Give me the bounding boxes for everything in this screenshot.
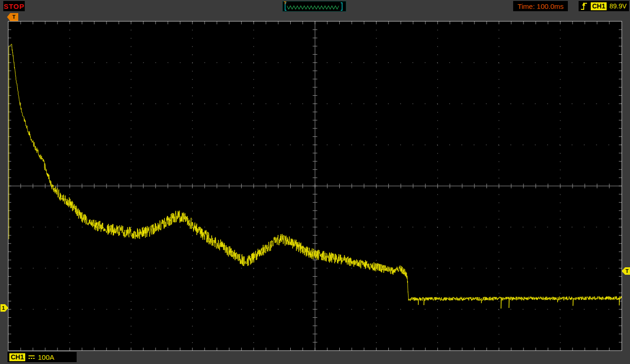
- timebase-badge[interactable]: Time: 100.0ms: [513, 1, 568, 11]
- preview-trigger-position-icon: T: [284, 0, 286, 5]
- rising-edge-trigger-icon: [580, 1, 588, 11]
- vertical-scale-value: 100A: [38, 353, 54, 361]
- dc-coupling-icon: [28, 355, 35, 360]
- trigger-level-marker[interactable]: T: [622, 267, 630, 275]
- trigger-level-marker-label: T: [625, 269, 629, 274]
- graticule-svg: [8, 21, 622, 350]
- trigger-source-badge: CH1: [591, 2, 607, 10]
- trigger-readout-badge[interactable]: CH1 89.9V: [579, 1, 629, 11]
- run-state-badge[interactable]: STOP: [3, 1, 25, 11]
- oscilloscope-screen: STOP T Time: 100.0ms CH1 89.9V T T 1: [0, 0, 630, 364]
- run-state-label: STOP: [4, 2, 25, 10]
- preview-wave-svg: [283, 1, 346, 11]
- graticule-area: [8, 21, 622, 351]
- trigger-level-value: 89.9V: [609, 2, 627, 10]
- timebase-label: Time: 100.0ms: [517, 2, 564, 10]
- channel-info-badge[interactable]: CH1 100A: [7, 352, 77, 362]
- channel-badge: CH1: [9, 353, 25, 361]
- bottom-status-bar: CH1 100A: [0, 351, 630, 364]
- channel1-reference-marker-label: 1: [2, 306, 5, 311]
- trigger-position-marker[interactable]: T: [7, 13, 18, 21]
- trigger-position-marker-label: T: [12, 14, 15, 20]
- top-status-bar: STOP T Time: 100.0ms CH1 89.9V: [0, 0, 630, 13]
- channel1-reference-marker[interactable]: 1: [0, 304, 8, 312]
- waveform-preview[interactable]: T: [282, 1, 346, 12]
